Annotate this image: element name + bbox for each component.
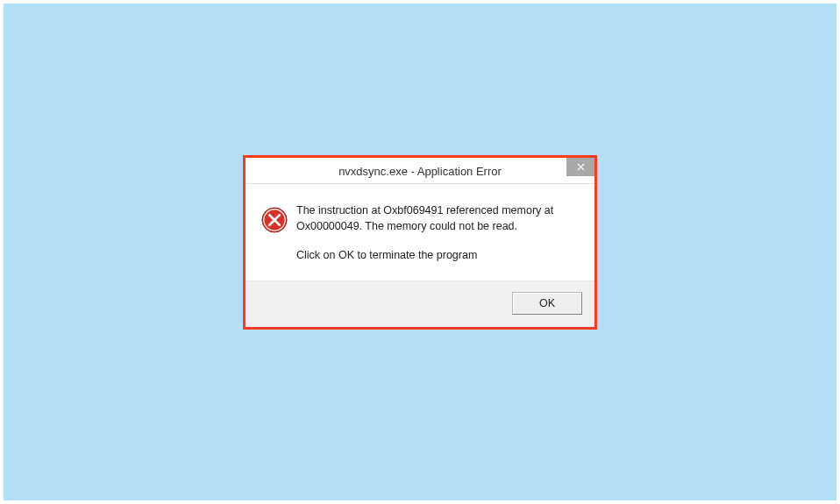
dialog-content: The instruction at Oxbf069491 referenced… (246, 184, 594, 280)
dialog-titlebar: nvxdsync.exe - Application Error (246, 158, 594, 184)
error-dialog: nvxdsync.exe - Application Error (246, 158, 594, 327)
close-icon (577, 163, 585, 171)
message-line-2: Click on OK to terminate the program (296, 248, 579, 264)
dialog-highlight-border: nvxdsync.exe - Application Error (243, 155, 597, 330)
dialog-button-row: OK (246, 280, 594, 327)
error-icon (261, 207, 288, 233)
ok-button[interactable]: OK (512, 292, 582, 315)
message-line-1: The instruction at Oxbf069491 referenced… (296, 203, 579, 234)
close-button[interactable] (566, 158, 594, 176)
dialog-message: The instruction at Oxbf069491 referenced… (296, 203, 579, 264)
desktop-background: nvxdsync.exe - Application Error (4, 4, 836, 500)
dialog-title: nvxdsync.exe - Application Error (246, 164, 594, 178)
